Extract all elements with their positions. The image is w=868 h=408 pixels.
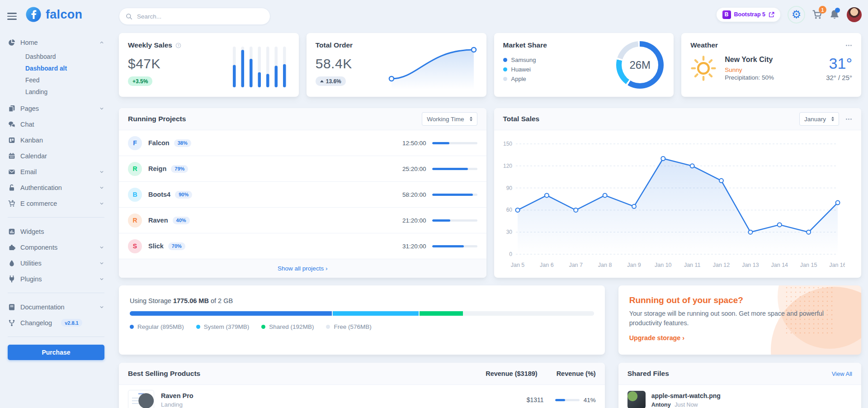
sidebar-item-documentation[interactable]: Documentation [8, 299, 104, 315]
search-box[interactable] [119, 8, 270, 25]
purchase-button[interactable]: Purchase [8, 345, 104, 360]
sidebar-item-widgets[interactable]: Widgets [8, 223, 104, 239]
project-progress-bar [432, 142, 477, 144]
shared-file-row[interactable]: apple-smart-watch.png Antony Just Now [618, 385, 861, 408]
sidebar-item-e-commerce[interactable]: E commerce [8, 195, 104, 211]
main-content: Weekly Sales ? $47K +3.5% Total Order 58… [119, 33, 861, 408]
project-row-raven[interactable]: RRaven40%21:20:00 [119, 208, 486, 233]
project-avatar: S [128, 239, 142, 253]
sidebar-item-feed[interactable]: Feed [25, 74, 104, 86]
sidebar-item-calendar[interactable]: Calendar [8, 148, 104, 164]
notifications-button[interactable] [830, 9, 840, 19]
project-name: Boots4 [148, 191, 170, 198]
sidebar-item-kanban[interactable]: Kanban [8, 132, 104, 148]
sidebar-item-changelog[interactable]: Changelogv2.8.1 [8, 315, 104, 331]
svg-text:Jan 15: Jan 15 [800, 262, 817, 268]
working-time-select[interactable]: Working Time [422, 112, 477, 126]
svg-text:120: 120 [503, 163, 512, 169]
legend-dot [503, 77, 507, 81]
show-all-projects-link[interactable]: Show all projects › [278, 265, 327, 272]
project-progress-bar [432, 194, 477, 196]
sidebar-item-landing[interactable]: Landing [25, 86, 104, 98]
market-share-donut: 26M [616, 41, 664, 89]
project-time: 25:20:00 [402, 166, 426, 172]
upgrade-storage-link[interactable]: Upgrade storage › [629, 334, 684, 342]
storage-legend-shared-192mb-: Shared (192MB) [261, 323, 314, 330]
storage-legend-system-379mb-: System (379MB) [196, 323, 250, 330]
total-sales-menu-button[interactable] [845, 116, 852, 123]
sidebar-label-authentication: Authentication [20, 184, 62, 191]
sidebar-label-calendar: Calendar [20, 152, 47, 160]
project-time: 12:50:00 [402, 140, 426, 147]
total-sales-title: Total Sales [503, 115, 793, 123]
sidebar-label-home: Home [20, 39, 38, 46]
sidebar-label-e-commerce: E commerce [20, 200, 57, 207]
help-icon[interactable]: ? [175, 43, 181, 48]
project-avatar: B [128, 188, 142, 202]
project-avatar: R [128, 213, 142, 228]
storage-progress-bar [130, 311, 594, 316]
sidebar-item-utilities[interactable]: Utilities [8, 255, 104, 271]
file-name[interactable]: apple-smart-watch.png [651, 392, 721, 399]
settings-button[interactable]: ⚙ [788, 6, 805, 24]
product-revenue-pct: 41% [584, 397, 596, 403]
project-row-slick[interactable]: SSlick70%31:20:00 [119, 233, 486, 259]
project-row-falcon[interactable]: FFalcon38%12:50:00 [119, 130, 486, 156]
product-row[interactable]: Raven Pro Landing $1311 41% [119, 385, 605, 408]
legend-dot [130, 325, 134, 329]
search-input[interactable] [136, 13, 264, 20]
product-name[interactable]: Raven Pro [161, 392, 469, 399]
external-link-icon [769, 12, 774, 18]
revenue-pct-column-header: Revenue (%) [544, 370, 596, 377]
avatar[interactable] [847, 7, 862, 22]
legend-dot [326, 325, 330, 329]
sidebar-item-email[interactable]: Email [8, 164, 104, 180]
legend-label: Huawei [511, 66, 531, 73]
chevron-down-icon [99, 201, 104, 206]
market-share-card: Market Share SamsungHuaweiApple 26M [494, 33, 674, 97]
sidebar-label-plugins: Plugins [20, 275, 42, 283]
storage-total-value: of 2 GB [211, 297, 233, 304]
chevron-down-icon [99, 304, 104, 310]
hamburger-menu-icon[interactable] [7, 13, 17, 22]
svg-text:60: 60 [506, 207, 512, 213]
sidebar-item-authentication[interactable]: Authentication [8, 180, 104, 195]
sidebar-submenu-home: DashboardDashboard altFeedLanding [8, 51, 104, 98]
cart-count-badge: 1 [819, 6, 826, 14]
svg-text:Jan 5: Jan 5 [510, 262, 524, 268]
weather-range: 32° / 25° [826, 74, 852, 81]
pages-icon [8, 105, 15, 112]
view-all-link[interactable]: View All [832, 370, 852, 377]
month-select[interactable]: January [799, 112, 839, 126]
month-select-value: January [804, 116, 826, 123]
project-progress-badge: 70% [168, 242, 185, 250]
sidebar-item-chat[interactable]: Chat [8, 116, 104, 132]
product-revenue: $1311 [469, 396, 544, 403]
falcon-logo[interactable]: falcon [25, 6, 82, 23]
total-order-badge: 13.6% [316, 76, 346, 86]
weekly-sales-chart [230, 45, 289, 90]
svg-text:Jan 9: Jan 9 [627, 262, 641, 268]
project-name: Falcon [148, 139, 170, 147]
sidebar-item-dashboard-alt[interactable]: Dashboard alt [25, 62, 104, 74]
project-time: 31:20:00 [402, 243, 426, 250]
cart-button[interactable]: 1 [812, 9, 822, 19]
sidebar-item-components[interactable]: Components [8, 239, 104, 255]
sidebar-item-home[interactable]: Home [8, 34, 104, 50]
sidebar-label-documentation: Documentation [20, 304, 65, 311]
cart-plus-icon [8, 200, 15, 207]
weather-temperature: 31° [826, 55, 852, 72]
sidebar-item-dashboard[interactable]: Dashboard [25, 51, 104, 62]
project-row-boots4[interactable]: BBoots490%58:20:00 [119, 182, 486, 208]
bootstrap5-badge[interactable]: B Bootstrap 5 [717, 8, 780, 22]
project-progress-bar [432, 219, 477, 222]
project-row-reign[interactable]: RReign79%25:20:00 [119, 156, 486, 182]
storage-segment-system-379mb- [333, 311, 418, 316]
plug-icon [8, 275, 15, 283]
project-name: Raven [148, 217, 168, 224]
sidebar-item-plugins[interactable]: Plugins [8, 271, 104, 287]
weather-menu-button[interactable] [845, 42, 852, 49]
sidebar-item-pages[interactable]: Pages [8, 100, 104, 116]
chevron-down-icon [99, 185, 104, 190]
running-projects-title: Running Projects [128, 115, 415, 123]
